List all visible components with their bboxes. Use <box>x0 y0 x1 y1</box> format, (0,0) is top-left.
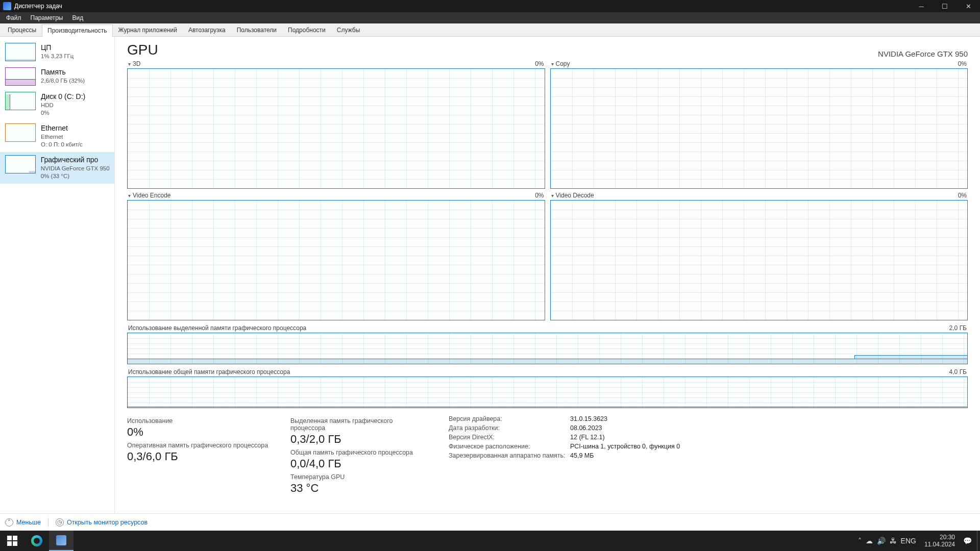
menu-view[interactable]: Вид <box>68 13 87 22</box>
driver-version-key: Версия драйвера: <box>449 415 566 422</box>
footer-bar: ˄ Меньше ◷ Открыть монитор ресурсов <box>0 513 980 531</box>
shared-memory-chart: Использование общей памяти графического … <box>127 368 968 408</box>
close-button[interactable]: ✕ <box>957 0 980 12</box>
menu-options[interactable]: Параметры <box>27 13 67 22</box>
tab-details[interactable]: Подробности <box>282 24 331 36</box>
chart-encode-label[interactable]: Video Encode <box>133 192 171 199</box>
fewer-details-button[interactable]: ˄ Меньше <box>5 518 41 527</box>
taskbar-task-manager[interactable] <box>49 531 74 551</box>
usage-label: Использование <box>127 417 270 424</box>
location-value: PCI-шина 1, устройство 0, функция 0 <box>570 443 680 450</box>
sidebar-memory-sub: 2,6/8,0 ГБ (32%) <box>41 77 85 85</box>
chevron-down-icon[interactable]: ▾ <box>128 193 131 198</box>
sidebar-item-memory[interactable]: Память 2,6/8,0 ГБ (32%) <box>0 64 114 89</box>
tab-performance[interactable]: Производительность <box>42 24 112 37</box>
sidebar-cpu-sub: 1% 3,23 ГГц <box>41 53 74 61</box>
tab-users[interactable]: Пользователи <box>231 24 282 36</box>
app-icon <box>3 2 11 10</box>
sidebar-memory-name: Память <box>41 67 85 77</box>
gpu-mem-value: 0,3/6,0 ГБ <box>127 450 270 463</box>
taskbar-clock[interactable]: 20:30 11.04.2024 <box>920 534 959 548</box>
menu-bar: Файл Параметры Вид <box>0 12 980 23</box>
usage-value: 0% <box>127 425 270 439</box>
tab-services[interactable]: Службы <box>331 24 365 36</box>
open-resource-monitor-button[interactable]: ◷ Открыть монитор ресурсов <box>56 518 148 527</box>
dedicated-value: 0,3/2,0 ГБ <box>290 433 428 446</box>
sidebar-item-cpu[interactable]: ЦП 1% 3,23 ГГц <box>0 40 114 64</box>
chart-3d: ▾3D 0% <box>127 60 545 189</box>
task-manager-icon <box>56 535 66 545</box>
temp-label: Температура GPU <box>290 473 428 481</box>
sidebar-gpu-sub1: NVIDIA GeForce GTX 950 <box>41 165 109 173</box>
system-tray: ˄ ☁ 🔊 🖧 ENG 20:30 11.04.2024 💬 <box>853 531 977 551</box>
driver-date-key: Дата разработки: <box>449 424 566 432</box>
reserved-key: Зарезервированная аппаратно память: <box>449 452 566 459</box>
sidebar-gpu-sub2: 0% (33 °C) <box>41 172 109 181</box>
chart-3d-label[interactable]: 3D <box>133 60 140 67</box>
taskbar-edge[interactable] <box>24 531 49 551</box>
tray-chevron-icon[interactable]: ˄ <box>858 537 862 545</box>
chart-decode-value: 0% <box>958 192 967 199</box>
chart-copy-canvas <box>550 68 968 189</box>
main-area: ЦП 1% 3,23 ГГц Память 2,6/8,0 ГБ (32%) Д… <box>0 37 980 513</box>
window-title: Диспетчер задач <box>14 3 910 10</box>
chart-encode-value: 0% <box>535 192 544 199</box>
chevron-down-icon[interactable]: ▾ <box>551 61 554 67</box>
memory-thumbnail <box>5 67 36 86</box>
shared-mem-canvas <box>127 377 968 408</box>
tab-processes[interactable]: Процессы <box>2 24 42 36</box>
sidebar-gpu-name: Графический про <box>41 155 109 165</box>
dedicated-mem-canvas <box>127 333 968 364</box>
chart-encode-canvas <box>127 200 545 320</box>
tray-network-icon[interactable]: 🖧 <box>890 537 897 545</box>
chevron-down-icon[interactable]: ▾ <box>551 193 554 198</box>
sidebar-item-ethernet[interactable]: Ethernet Ethernet О: 0 П: 0 кбит/с <box>0 120 114 152</box>
chart-copy-value: 0% <box>958 60 967 67</box>
sidebar: ЦП 1% 3,23 ГГц Память 2,6/8,0 ГБ (32%) Д… <box>0 37 115 513</box>
edge-icon <box>31 535 42 546</box>
gpu-mem-label: Оперативная память графического процессо… <box>127 442 270 449</box>
temp-value: 33 °C <box>290 482 428 495</box>
shared-label: Общая память графического процессора <box>290 449 428 456</box>
windows-logo-icon <box>7 536 17 546</box>
stats-block: Использование 0% Оперативная память граф… <box>127 415 968 498</box>
tab-strip: Процессы Производительность Журнал прило… <box>0 23 980 37</box>
chart-copy-label[interactable]: Copy <box>556 60 570 67</box>
chart-decode-canvas <box>550 200 968 320</box>
tray-volume-icon[interactable]: 🔊 <box>877 537 886 545</box>
driver-date-value: 08.06.2023 <box>570 424 602 432</box>
minimize-button[interactable]: ─ <box>910 0 933 12</box>
fewer-details-label: Меньше <box>16 519 41 526</box>
directx-value: 12 (FL 12.1) <box>570 434 605 441</box>
tray-language[interactable]: ENG <box>901 537 916 545</box>
sidebar-item-disk[interactable]: Диск 0 (C: D:) HDD 0% <box>0 89 114 120</box>
sidebar-disk-name: Диск 0 (C: D:) <box>41 92 85 102</box>
dedicated-mem-max: 2,0 ГБ <box>949 324 967 332</box>
taskbar-date: 11.04.2024 <box>924 541 955 548</box>
notifications-icon[interactable]: 💬 <box>963 537 972 545</box>
sidebar-cpu-name: ЦП <box>41 43 74 53</box>
start-button[interactable] <box>0 531 24 551</box>
tab-app-history[interactable]: Журнал приложений <box>113 24 183 36</box>
show-desktop-button[interactable] <box>977 531 980 551</box>
tray-onedrive-icon[interactable]: ☁ <box>866 537 873 545</box>
open-resmon-label: Открыть монитор ресурсов <box>67 519 148 526</box>
gpu-engine-charts: ▾3D 0% ▾Copy 0% ▾Video Encode 0% <box>127 60 968 320</box>
sidebar-item-gpu[interactable]: Графический про NVIDIA GeForce GTX 950 0… <box>0 152 114 184</box>
menu-file[interactable]: Файл <box>2 13 26 22</box>
taskbar-time: 20:30 <box>924 534 955 541</box>
shared-value: 0,0/4,0 ГБ <box>290 457 428 470</box>
shared-mem-max: 4,0 ГБ <box>949 368 967 375</box>
chart-decode-label[interactable]: Video Decode <box>556 192 594 199</box>
maximize-button[interactable]: ☐ <box>933 0 957 12</box>
titlebar: Диспетчер задач ─ ☐ ✕ <box>0 0 980 12</box>
detail-panel: GPU NVIDIA GeForce GTX 950 ▾3D 0% ▾Copy … <box>115 37 980 513</box>
chevron-down-icon[interactable]: ▾ <box>128 61 131 67</box>
tab-startup[interactable]: Автозагрузка <box>183 24 231 36</box>
driver-version-value: 31.0.15.3623 <box>570 415 607 422</box>
ethernet-thumbnail <box>5 123 36 142</box>
chart-video-encode: ▾Video Encode 0% <box>127 192 545 320</box>
chart-video-decode: ▾Video Decode 0% <box>550 192 968 320</box>
sidebar-ethernet-sub1: Ethernet <box>41 133 83 141</box>
cpu-thumbnail <box>5 43 36 61</box>
